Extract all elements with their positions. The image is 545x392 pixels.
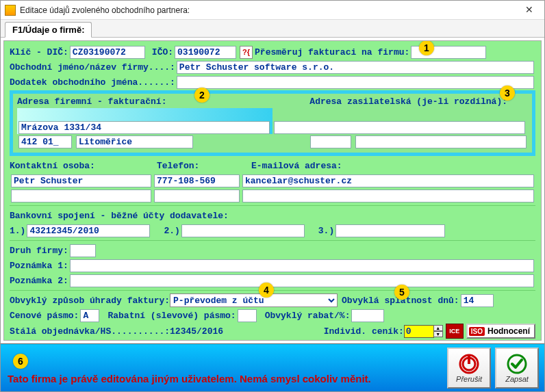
iso-label: Hodnocení bbox=[487, 326, 530, 336]
bank1-label: 1.) bbox=[10, 226, 25, 236]
pozn2-label: Poznámka 2: bbox=[10, 276, 68, 286]
footer-message: Tato firma je právě editována jiným uživ… bbox=[8, 373, 443, 389]
lookup-button[interactable]: ?{ bbox=[240, 46, 253, 59]
price-band-input[interactable] bbox=[80, 309, 99, 322]
jmeno-label: Obchodní jméno/název firmy....: bbox=[10, 62, 175, 73]
presmeruj-label: Přesměruj fakturaci na firmu: bbox=[255, 47, 409, 57]
window-title: Editace údajů zvoleného obchodního partn… bbox=[20, 5, 514, 15]
tel-input-2[interactable] bbox=[154, 190, 240, 202]
due-input[interactable] bbox=[461, 294, 494, 307]
mail-input[interactable] bbox=[242, 174, 534, 187]
dodatek-label: Dodatek obchodního jména......: bbox=[10, 77, 175, 88]
bank-header: Bankovní spojení - běžné účty dodavatele… bbox=[10, 209, 535, 222]
save-label: Zapsat bbox=[505, 375, 529, 383]
price-band-label: Cenové pásmo: bbox=[10, 311, 79, 321]
pozn1-label: Poznámka 1: bbox=[10, 261, 68, 271]
row-company-name: Obchodní jméno/název firmy....: bbox=[10, 60, 535, 74]
bank3-label: 3.) bbox=[318, 226, 334, 236]
row-key: Klíč - DIČ: IČO: ?{ Přesměruj fakturaci … bbox=[10, 45, 535, 59]
row-name-addendum: Dodatek obchodního jména......: bbox=[10, 75, 535, 89]
tel-input[interactable] bbox=[154, 174, 240, 187]
osoba-label: Kontaktní osoba: bbox=[10, 161, 157, 171]
mail-input-2[interactable] bbox=[242, 190, 534, 202]
annotation-marker-4: 4 bbox=[259, 283, 274, 298]
bank2-input[interactable] bbox=[181, 224, 305, 237]
rabat-band-label: Rabatní (slevové) pásmo: bbox=[107, 311, 236, 321]
ice-button[interactable]: ICE bbox=[446, 324, 464, 339]
druh-label: Druh firmy: bbox=[10, 246, 68, 256]
bank-label: Bankovní spojení - běžné účty dodavatele… bbox=[10, 211, 229, 221]
row-contact-labels: Kontaktní osoba: Telefon: E-mailová adre… bbox=[10, 159, 535, 172]
shipping-street-input[interactable] bbox=[274, 121, 525, 134]
shipping-city-input[interactable] bbox=[355, 135, 527, 148]
row-druh: Druh firmy: bbox=[10, 244, 535, 257]
titlebar: Editace údajů zvoleného obchodního partn… bbox=[1, 1, 544, 20]
address-box: Adresa firemní - fakturační: Adresa zasi… bbox=[10, 90, 535, 156]
rabat-pct-input[interactable] bbox=[351, 309, 384, 322]
method-select[interactable]: P-převodem z účtu bbox=[170, 293, 338, 307]
spin-down[interactable]: ▼ bbox=[433, 331, 443, 337]
close-button[interactable]: ✕ bbox=[514, 1, 544, 20]
pozn2-input[interactable] bbox=[70, 274, 534, 287]
iso-badge-icon: ISO bbox=[469, 327, 485, 336]
spin-up[interactable]: ▲ bbox=[433, 325, 443, 331]
iso-hodnoceni-button[interactable]: ISO Hodnocení bbox=[466, 324, 535, 339]
order-label: Stálá objednávka/HS..........: bbox=[10, 326, 170, 337]
indiv-input[interactable] bbox=[404, 325, 434, 338]
ico-label: IČO: bbox=[152, 47, 173, 57]
dodatek-input[interactable] bbox=[177, 76, 534, 89]
ico-input[interactable] bbox=[175, 46, 236, 59]
jmeno-input[interactable] bbox=[177, 61, 534, 74]
annotation-marker-2: 2 bbox=[194, 88, 210, 103]
bank1-input[interactable] bbox=[27, 224, 150, 237]
mail-label: E-mailová adresa: bbox=[251, 161, 342, 171]
annotation-marker-3: 3 bbox=[500, 86, 515, 101]
method-label: Obvyklý způsob úhrady faktury: bbox=[10, 296, 170, 306]
tab-row: F1/Údaje o firmě: bbox=[1, 20, 544, 38]
form-panel: 1 2 3 4 5 Klíč - DIČ: IČO: ?{ Přesměruj … bbox=[3, 40, 542, 341]
annotation-marker-1: 1 bbox=[419, 40, 434, 55]
annotation-marker-5: 5 bbox=[394, 285, 409, 300]
indiv-label: Individ. ceník: bbox=[324, 326, 404, 337]
billing-street-input[interactable] bbox=[18, 121, 270, 134]
rabat-band-input[interactable] bbox=[238, 309, 257, 322]
row-rabat: Cenové pásmo: Rabatní (slevové) pásmo: O… bbox=[10, 309, 535, 322]
row-contact-values-2 bbox=[10, 189, 535, 202]
indiv-spinner[interactable]: ▲ ▼ bbox=[433, 325, 443, 337]
power-icon bbox=[458, 353, 480, 375]
row-contact-values bbox=[10, 174, 535, 187]
osoba-input-2[interactable] bbox=[11, 190, 151, 202]
cancel-button[interactable]: Přerušit bbox=[447, 348, 491, 389]
row-pozn1: Poznámka 1: bbox=[10, 259, 535, 272]
bank3-input[interactable] bbox=[335, 224, 445, 237]
osoba-input[interactable] bbox=[11, 174, 151, 187]
pozn1-input[interactable] bbox=[70, 259, 534, 272]
bank2-label: 2.) bbox=[164, 226, 179, 236]
footer: 6 Tato firma je právě editována jiným už… bbox=[1, 343, 544, 391]
save-button[interactable]: Zapsat bbox=[495, 348, 539, 389]
checkmark-icon bbox=[506, 353, 528, 375]
annotation-marker-6: 6 bbox=[13, 354, 28, 369]
window-root: Editace údajů zvoleného obchodního partn… bbox=[0, 0, 545, 392]
klic-dic-input[interactable] bbox=[70, 46, 145, 59]
row-order-indiv: Stálá objednávka/HS..........: 12345/201… bbox=[10, 324, 535, 339]
klic-dic-label: Klíč - DIČ: bbox=[10, 47, 68, 57]
druh-input[interactable] bbox=[70, 244, 96, 257]
shipping-zip-input[interactable] bbox=[310, 135, 351, 148]
rabat-pct-label: Obvyklý rabat/%: bbox=[265, 311, 351, 321]
row-bank-accounts: 1.) 2.) 3.) bbox=[10, 224, 535, 237]
tel-label: Telefon: bbox=[157, 161, 251, 171]
addr-ship-label: Adresa zasilatelská (je-li rozdílná): bbox=[309, 96, 507, 107]
cancel-label: Přerušit bbox=[456, 375, 482, 383]
tab-firm-info[interactable]: F1/Údaje o firmě: bbox=[5, 22, 92, 38]
order-value: 12345/2016 bbox=[170, 326, 223, 337]
billing-city-input[interactable] bbox=[76, 135, 193, 148]
row-payment-method: Obvyklý způsob úhrady faktury: P-převode… bbox=[10, 293, 535, 307]
billing-zip-input[interactable] bbox=[18, 135, 72, 148]
app-icon bbox=[5, 5, 16, 16]
addr-firm-label: Adresa firemní - fakturační: bbox=[17, 96, 166, 107]
